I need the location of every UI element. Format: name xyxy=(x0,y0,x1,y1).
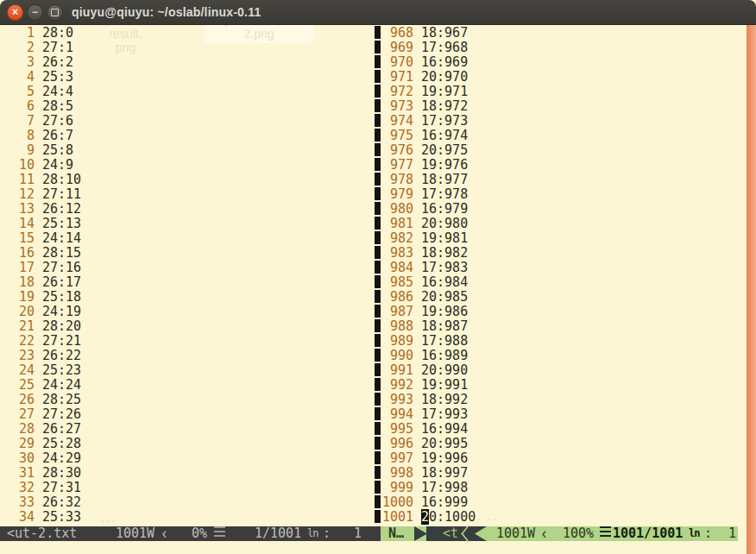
buffer-line[interactable]: 2727:26 xyxy=(3,407,378,422)
vim-command-line[interactable] xyxy=(0,541,747,554)
buffer-line[interactable]: 3227:31 xyxy=(3,481,378,495)
buffer-line[interactable]: 98818:987 xyxy=(382,319,745,334)
buffer-line[interactable]: 97318:972 xyxy=(382,99,745,114)
vim-vertical-separator[interactable] xyxy=(375,26,381,525)
buffer-line[interactable]: 98620:985 xyxy=(382,290,745,305)
buffer-line[interactable]: 1128:10 xyxy=(3,173,378,187)
buffer-line[interactable]: 98016:979 xyxy=(382,202,745,217)
line-text: 19:971 xyxy=(421,85,468,99)
buffer-line[interactable]: 2128:20 xyxy=(3,319,378,334)
buffer-line[interactable]: 99719:996 xyxy=(382,451,745,466)
buffer-line[interactable]: 99917:998 xyxy=(382,481,745,495)
maximize-button[interactable] xyxy=(47,4,63,21)
line-number: 8 xyxy=(3,129,35,143)
line-number: 981 xyxy=(382,217,413,231)
line-text: 27:16 xyxy=(42,261,81,275)
buffer-line[interactable]: 97818:977 xyxy=(382,173,745,187)
buffer-line[interactable]: 326:2 xyxy=(3,55,378,70)
line-text: 20:985 xyxy=(421,290,468,305)
buffer-line[interactable]: 2925:28 xyxy=(3,437,378,451)
line-number: 986 xyxy=(382,290,413,305)
buffer-line[interactable]: 1727:16 xyxy=(3,261,378,275)
buffer-line[interactable]: 1227:11 xyxy=(3,187,378,202)
buffer-line[interactable]: 925:8 xyxy=(3,143,378,158)
buffer-line[interactable]: 1826:17 xyxy=(3,275,378,290)
line-text: 28:15 xyxy=(42,246,81,261)
buffer-line[interactable]: 99516:994 xyxy=(382,422,745,437)
titlebar[interactable]: × − qiuyu@qiuyu: ~/oslab/linux-0.11 xyxy=(0,0,756,25)
buffer-line[interactable]: 2425:23 xyxy=(3,363,378,378)
line-number: 994 xyxy=(382,407,413,422)
buffer-line[interactable]: 128:0 xyxy=(3,26,378,41)
line-text: 18:987 xyxy=(421,319,468,334)
statusline-active[interactable]: N… <t 1001W ‹ 100% 1001/1001 ln : 1 xyxy=(381,526,738,541)
buffer-line[interactable]: 98719:986 xyxy=(382,305,745,319)
line-text: 28:30 xyxy=(42,466,81,481)
vim-pane-left[interactable]: 128:0227:1326:2425:3524:4628:5727:6826:7… xyxy=(0,26,378,525)
buffer-line[interactable]: 2826:27 xyxy=(3,422,378,437)
buffer-line[interactable]: 524:4 xyxy=(3,85,378,99)
buffer-line[interactable]: 2227:21 xyxy=(3,334,378,349)
buffer-line[interactable]: 99016:989 xyxy=(382,349,745,363)
buffer-line[interactable]: 227:1 xyxy=(3,41,378,55)
buffer-line[interactable]: 3425:33 xyxy=(3,510,378,525)
buffer-line[interactable]: 1524:14 xyxy=(3,231,378,246)
buffer-line[interactable]: 97516:974 xyxy=(382,129,745,143)
buffer-line[interactable]: 1628:15 xyxy=(3,246,378,261)
buffer-line[interactable]: 100120:1000 xyxy=(382,510,745,525)
buffer-line[interactable]: 3024:29 xyxy=(3,451,378,466)
buffer-line[interactable]: 1925:18 xyxy=(3,290,378,305)
buffer-line[interactable]: 96818:967 xyxy=(382,26,745,41)
buffer-line[interactable]: 826:7 xyxy=(3,129,378,143)
vim-pane-right[interactable]: 96818:96796917:96897016:96997120:9709721… xyxy=(382,26,745,525)
buffer-line[interactable]: 2326:22 xyxy=(3,349,378,363)
line-number: 975 xyxy=(382,129,413,143)
buffer-line[interactable]: 99318:992 xyxy=(382,393,745,407)
buffer-line[interactable]: 97917:978 xyxy=(382,187,745,202)
line-text: 19:991 xyxy=(421,378,468,393)
buffer-line[interactable]: 97620:975 xyxy=(382,143,745,158)
buffer-line[interactable]: 1024:9 xyxy=(3,158,378,173)
buffer-line[interactable]: 2628:25 xyxy=(3,393,378,407)
buffer-line[interactable]: 97719:976 xyxy=(382,158,745,173)
buffer-line[interactable]: 99417:993 xyxy=(382,407,745,422)
buffer-line[interactable]: 99120:990 xyxy=(382,363,745,378)
line-number: 985 xyxy=(382,275,413,290)
buffer-line[interactable]: 98917:988 xyxy=(382,334,745,349)
buffer-line[interactable]: 425:3 xyxy=(3,70,378,85)
line-number: 982 xyxy=(382,231,413,246)
buffer-line[interactable]: 98516:984 xyxy=(382,275,745,290)
buffer-line[interactable]: 97417:973 xyxy=(382,114,745,129)
statusline-position: 1/1001 xyxy=(255,526,301,541)
close-button[interactable]: × xyxy=(7,4,23,21)
line-text: 24:14 xyxy=(42,231,81,246)
buffer-line[interactable]: 97219:971 xyxy=(382,85,745,99)
buffer-line[interactable]: 3326:32 xyxy=(3,495,378,510)
terminal-viewport[interactable]: experiment-result. png experiment-result… xyxy=(0,24,747,554)
buffer-line[interactable]: 97016:969 xyxy=(382,55,745,70)
buffer-line[interactable]: 2524:24 xyxy=(3,378,378,393)
line-number: 1 xyxy=(3,26,35,41)
statusline-colon: : xyxy=(704,526,712,541)
minimize-button[interactable]: − xyxy=(27,4,43,21)
buffer-line[interactable]: 99620:995 xyxy=(382,437,745,451)
buffer-line[interactable]: 99818:997 xyxy=(382,466,745,481)
buffer-line[interactable]: 3128:30 xyxy=(3,466,378,481)
buffer-line[interactable]: 628:5 xyxy=(3,99,378,114)
buffer-line[interactable]: 727:6 xyxy=(3,114,378,129)
buffer-line[interactable]: 96917:968 xyxy=(382,41,745,55)
line-text: 26:32 xyxy=(42,495,81,510)
buffer-line[interactable]: 98219:981 xyxy=(382,231,745,246)
buffer-line[interactable]: 98318:982 xyxy=(382,246,745,261)
buffer-line[interactable]: 2024:19 xyxy=(3,305,378,319)
buffer-line[interactable]: 1326:12 xyxy=(3,202,378,217)
buffer-line[interactable]: 97120:970 xyxy=(382,70,745,85)
buffer-line[interactable]: 99219:991 xyxy=(382,378,745,393)
line-number: 25 xyxy=(3,378,35,393)
buffer-line[interactable]: 98417:983 xyxy=(382,261,745,275)
line-number: 21 xyxy=(3,319,35,334)
buffer-line[interactable]: 100016:999 xyxy=(382,495,745,510)
buffer-line[interactable]: 98120:980 xyxy=(382,217,745,231)
statusline-inactive[interactable]: <ut-2.txt 1001W ‹ 0% 1/1001 ln : 1 xyxy=(0,526,381,541)
buffer-line[interactable]: 1425:13 xyxy=(3,217,378,231)
